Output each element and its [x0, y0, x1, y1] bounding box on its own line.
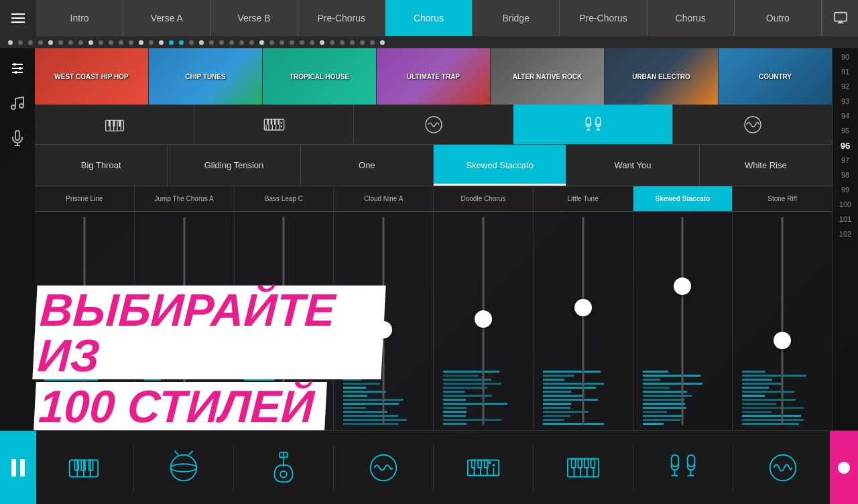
dot-33[interactable]	[340, 40, 345, 45]
bottom-icon-keyboard-pads[interactable]	[565, 450, 601, 486]
number-90[interactable]: 90	[833, 50, 858, 64]
dot-23[interactable]	[239, 40, 244, 45]
nav-tab-chorus-7[interactable]: Chorus	[648, 0, 735, 36]
dot-34[interactable]	[350, 40, 355, 45]
dot-20[interactable]	[209, 40, 214, 45]
number-100[interactable]: 100	[833, 197, 858, 212]
instrument-piano[interactable]	[35, 105, 194, 144]
nav-tab-outro-8[interactable]: Outro	[735, 0, 822, 36]
dot-4[interactable]	[48, 40, 53, 45]
instrument-wobble[interactable]	[673, 105, 833, 144]
sidebar-mic-icon[interactable]	[8, 129, 27, 147]
genre-tile-3[interactable]: ULTIMATE TRAP	[377, 48, 491, 105]
fader-handle-7[interactable]	[774, 332, 791, 349]
number-96[interactable]: 96	[833, 138, 858, 153]
dot-1[interactable]	[18, 40, 23, 45]
fader-track-0[interactable]	[35, 212, 135, 430]
dot-22[interactable]	[229, 40, 234, 45]
bottom-icon-drums[interactable]	[166, 450, 202, 486]
dot-37[interactable]	[380, 40, 385, 45]
instrument-waveform[interactable]	[354, 105, 513, 144]
bottom-icon-guitar[interactable]	[265, 450, 302, 486]
dot-17[interactable]	[179, 40, 184, 45]
dot-24[interactable]	[249, 40, 254, 45]
bottom-icon-waveform[interactable]	[765, 450, 801, 486]
number-91[interactable]: 91	[833, 64, 858, 79]
style-cell-big-throat[interactable]: Big Throat	[35, 145, 168, 186]
genre-tile-2[interactable]: TROPICAL HOUSE	[263, 48, 377, 105]
dot-27[interactable]	[280, 40, 284, 45]
genre-tile-0[interactable]: WEST COAST HIP HOP	[35, 48, 149, 105]
bottom-icon-mic-dual[interactable]	[665, 450, 701, 486]
dot-10[interactable]	[109, 40, 113, 45]
dot-12[interactable]	[129, 40, 133, 45]
dot-6[interactable]	[68, 40, 73, 45]
nav-tab-pre-chorus-6[interactable]: Pre-Chorus	[560, 0, 647, 36]
style-cell-skewed-staccato[interactable]: Skewed Staccato	[434, 145, 566, 186]
fader-handle-6[interactable]	[674, 277, 691, 295]
dot-3[interactable]	[38, 40, 43, 45]
dot-7[interactable]	[78, 40, 83, 45]
dot-16[interactable]	[169, 40, 174, 45]
dot-36[interactable]	[370, 40, 375, 45]
dot-32[interactable]	[330, 40, 334, 45]
dot-28[interactable]	[290, 40, 294, 45]
fader-track-1[interactable]	[135, 212, 235, 430]
style-cell-one[interactable]: One	[301, 145, 434, 186]
dot-30[interactable]	[310, 40, 314, 45]
dot-35[interactable]	[360, 40, 365, 45]
number-101[interactable]: 101	[833, 212, 858, 227]
bottom-icon-piano[interactable]	[66, 450, 102, 486]
number-97[interactable]: 97	[833, 153, 858, 168]
fader-track-4[interactable]	[434, 212, 534, 430]
dot-14[interactable]	[149, 40, 154, 45]
sidebar-equalizer-icon[interactable]	[8, 59, 27, 78]
dot-13[interactable]	[139, 40, 143, 45]
fader-track-7[interactable]	[733, 212, 833, 430]
number-93[interactable]: 93	[833, 94, 858, 109]
number-99[interactable]: 99	[833, 182, 858, 197]
dot-29[interactable]	[300, 40, 304, 45]
fader-handle-2[interactable]	[275, 343, 292, 361]
hamburger-button[interactable]	[0, 0, 36, 36]
play-pause-button[interactable]	[0, 431, 36, 505]
dot-31[interactable]	[320, 40, 324, 45]
fader-track-6[interactable]	[633, 212, 733, 430]
dot-19[interactable]	[199, 40, 204, 45]
export-button[interactable]	[822, 0, 858, 36]
dot-0[interactable]	[8, 40, 13, 45]
nav-tab-intro-0[interactable]: Intro	[36, 0, 123, 36]
bottom-icon-keyboard-synth[interactable]	[465, 450, 501, 486]
dot-5[interactable]	[58, 40, 63, 45]
bottom-icon-synthwave[interactable]	[365, 450, 402, 486]
dot-21[interactable]	[219, 40, 224, 45]
fader-track-3[interactable]	[334, 212, 434, 430]
fader-handle-0[interactable]	[76, 332, 93, 349]
genre-tile-6[interactable]: COUNTRY	[719, 48, 833, 105]
fader-handle-3[interactable]	[375, 321, 392, 338]
dot-15[interactable]	[159, 40, 164, 45]
number-98[interactable]: 98	[833, 168, 858, 182]
sidebar-music-icon[interactable]	[8, 94, 27, 113]
genre-tile-4[interactable]: ALTER NATIVE ROCK	[491, 48, 605, 105]
dot-9[interactable]	[99, 40, 103, 45]
style-cell-want-you[interactable]: Want You	[566, 145, 699, 186]
style-cell-gliding-tension[interactable]: Gliding Tension	[168, 145, 300, 186]
nav-tab-verse-a-1[interactable]: Verse A	[123, 0, 210, 36]
number-102[interactable]: 102	[833, 227, 858, 241]
fader-track-2[interactable]	[235, 212, 334, 430]
dot-8[interactable]	[88, 40, 93, 45]
number-94[interactable]: 94	[833, 109, 858, 123]
instrument-vocals[interactable]	[513, 105, 673, 144]
nav-tab-verse-b-2[interactable]: Verse B	[210, 0, 298, 36]
number-95[interactable]: 95	[833, 123, 858, 138]
number-92[interactable]: 92	[833, 79, 858, 94]
genre-tile-1[interactable]: CHIP TUNES	[149, 48, 263, 105]
dot-2[interactable]	[28, 40, 33, 45]
fader-handle-1[interactable]	[176, 288, 193, 306]
fader-handle-5[interactable]	[574, 299, 592, 316]
fader-track-5[interactable]	[534, 212, 633, 430]
fader-handle-4[interactable]	[475, 310, 492, 328]
dot-26[interactable]	[269, 40, 274, 45]
dot-25[interactable]	[259, 40, 264, 45]
